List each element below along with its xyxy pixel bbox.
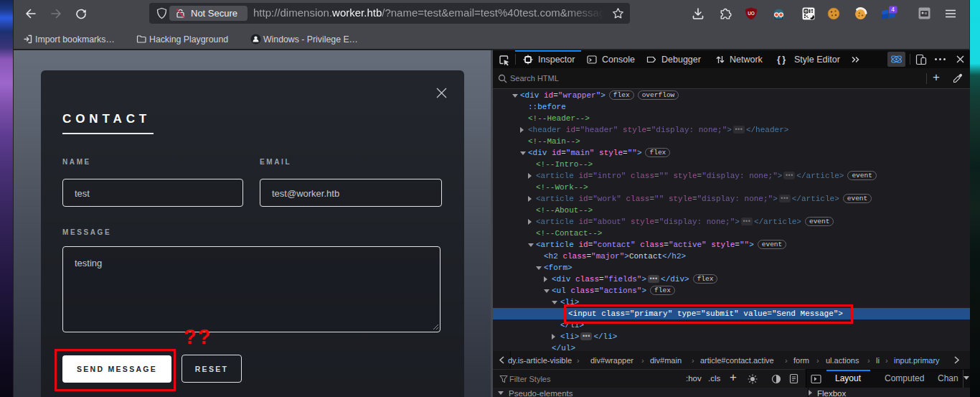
svg-text:4: 4 [891,6,895,13]
svg-text:UO: UO [748,11,755,16]
